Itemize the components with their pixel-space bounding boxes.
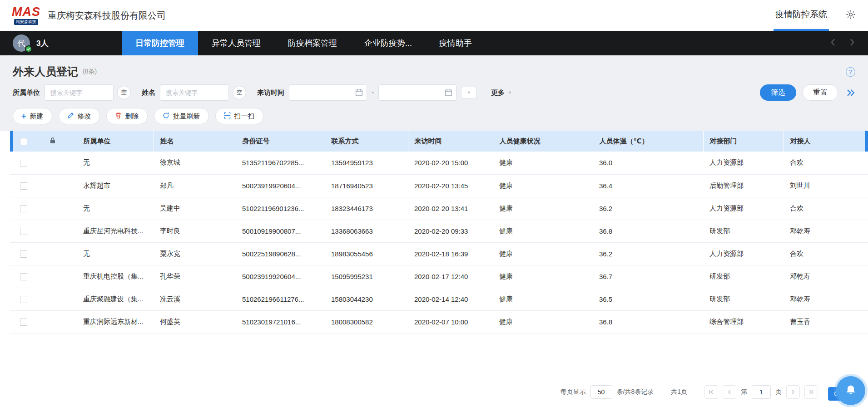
pagination-bar: 每页显示 条/共8条记录 共1页 第 页 (0, 381, 868, 407)
column-header[interactable]: 姓名 (154, 131, 236, 152)
filter-actions: 筛选 重置 (760, 84, 855, 101)
lock-icon (50, 137, 56, 145)
column-header[interactable]: 联系方式 (325, 131, 408, 152)
batch-refresh-label: 批量刷新 (173, 112, 200, 121)
column-header[interactable]: 对接部门 (703, 131, 784, 152)
edit-button[interactable]: 修改 (59, 108, 100, 124)
cell-contact-person: 邓乾寿 (784, 288, 868, 310)
cell-name: 冼云溪 (154, 288, 236, 310)
table-row[interactable]: 无 吴建中 510221196901236... 18323446173 202… (10, 197, 868, 220)
nav-tab[interactable]: 企业防疫势... (351, 31, 426, 55)
cell-id-number: 50023919920604... (236, 174, 325, 197)
row-checkbox[interactable] (20, 319, 27, 326)
visit-time-end-input[interactable] (378, 84, 456, 101)
main-nav: 代 3人 日常防控管理异常人员管理防疫档案管理企业防疫势...疫情助手 (0, 31, 868, 55)
column-header[interactable]: 身份证号 (236, 131, 325, 152)
unit-empty-button[interactable]: 空 (117, 86, 131, 99)
unit-search-input[interactable] (45, 84, 114, 101)
reset-button[interactable]: 重置 (803, 84, 838, 101)
cell-department: 研发部 (703, 288, 784, 310)
cell-phone: 13368063663 (325, 220, 408, 242)
chevron-left-icon[interactable] (830, 38, 836, 48)
last-page-button[interactable] (804, 385, 818, 399)
settings-button[interactable] (845, 9, 856, 22)
cell-health-status: 健康 (493, 174, 593, 197)
notification-fab[interactable] (836, 376, 865, 405)
column-header[interactable]: 所属单位 (77, 131, 154, 152)
cell-contact-person: 合欢 (784, 242, 868, 265)
cell-visit-time: 2020-02-17 12:40 (408, 265, 493, 288)
table-row[interactable]: 重庆润际远东新材... 何盛英 51023019721016... 180083… (10, 310, 868, 333)
row-checkbox[interactable] (20, 296, 27, 303)
cell-name: 李时良 (154, 220, 236, 242)
cell-health-status: 健康 (493, 197, 593, 220)
filter-button[interactable]: 筛选 (760, 84, 796, 101)
cell-health-status: 健康 (493, 152, 593, 174)
select-all-header (10, 131, 43, 152)
toolbar: + 新建 修改 删除 批量刷新 (0, 107, 868, 131)
prev-page-button[interactable] (723, 385, 736, 399)
column-header[interactable]: 来访时间 (408, 131, 493, 152)
row-select-cell (10, 220, 43, 242)
column-header[interactable]: 对接人 (784, 131, 868, 152)
first-page-button[interactable] (704, 385, 718, 399)
logo-text: MAS (12, 6, 40, 18)
edit-button-label: 修改 (78, 112, 91, 121)
column-header[interactable]: 人员健康状况 (493, 131, 593, 152)
cell-name: 何盛英 (154, 310, 236, 333)
scan-button[interactable]: 扫一扫 (215, 108, 263, 124)
cell-phone: 18008300582 (325, 310, 408, 333)
help-icon[interactable]: ? (846, 67, 855, 77)
scan-icon (224, 112, 231, 120)
cell-health-status: 健康 (493, 288, 593, 310)
table-row[interactable]: 永辉超市 郑凡 50023919920604... 18716940523 20… (10, 174, 868, 197)
row-checkbox[interactable] (20, 228, 27, 235)
column-header[interactable]: 人员体温（℃） (593, 131, 703, 152)
user-block[interactable]: 代 3人 (0, 31, 122, 55)
date-range-dropdown-button[interactable]: ▼ (461, 87, 476, 98)
table-row[interactable]: 无 粟永宽 50022519890628... 18983055456 2020… (10, 242, 868, 265)
cell-department: 人力资源部 (703, 152, 784, 174)
cell-phone: 13594959123 (325, 152, 408, 174)
row-checkbox[interactable] (20, 205, 27, 212)
visit-time-start-input[interactable] (289, 84, 367, 101)
total-pages-label: 共1页 (671, 388, 687, 396)
nav-tab[interactable]: 日常防控管理 (122, 31, 198, 55)
system-tab-epidemic[interactable]: 疫情防控系统 (774, 0, 829, 31)
page-number-input[interactable] (752, 385, 771, 399)
nav-tab[interactable]: 异常人员管理 (198, 31, 274, 55)
table-row[interactable]: 重庆星河光电科技... 李时良 50010919900807... 133680… (10, 220, 868, 242)
chevron-right-icon[interactable] (849, 38, 855, 48)
cell-unit: 重庆机电控股（集... (77, 265, 154, 288)
cell-visit-time: 2020-02-07 10:00 (408, 310, 493, 333)
top-header: MAS 梅安森科技 重庆梅安森科技股份有限公司 疫情防控系统 (0, 0, 868, 31)
batch-refresh-button[interactable]: 批量刷新 (154, 108, 209, 124)
next-page-button[interactable] (786, 385, 800, 399)
table-row[interactable]: 无 徐京城 513521196702285... 13594959123 202… (10, 152, 868, 174)
cell-department: 研发部 (703, 265, 784, 288)
cell-unit: 重庆聚融建设（集... (77, 288, 154, 310)
nav-tab[interactable]: 防疫档案管理 (274, 31, 351, 55)
row-checkbox[interactable] (20, 273, 27, 280)
table-row[interactable]: 重庆聚融建设（集... 冼云溪 510262196611276... 15803… (10, 288, 868, 310)
new-button[interactable]: + 新建 (13, 108, 52, 124)
row-lock-cell (43, 242, 77, 265)
double-chevron-right-icon[interactable] (846, 89, 855, 97)
cell-temperature: 36.2 (593, 197, 703, 220)
per-page-input[interactable] (590, 385, 612, 399)
name-search-input[interactable] (160, 84, 229, 101)
pencil-icon (67, 112, 74, 120)
select-all-checkbox[interactable] (20, 138, 27, 145)
row-checkbox[interactable] (20, 250, 27, 258)
table-row[interactable]: 重庆机电控股（集... 孔华荣 50023919920604... 150959… (10, 265, 868, 288)
more-filters-button[interactable]: 更多 ▼ (491, 88, 512, 97)
records-label: 条/共8条记录 (617, 388, 654, 396)
cell-phone: 15803044230 (325, 288, 408, 310)
row-checkbox[interactable] (20, 182, 27, 190)
delete-button[interactable]: 删除 (106, 108, 148, 124)
cell-name: 徐京城 (154, 152, 236, 174)
nav-tab[interactable]: 疫情助手 (426, 31, 486, 55)
row-checkbox[interactable] (20, 160, 27, 167)
name-empty-button[interactable]: 空 (233, 86, 246, 99)
avatar[interactable]: 代 (13, 34, 30, 52)
